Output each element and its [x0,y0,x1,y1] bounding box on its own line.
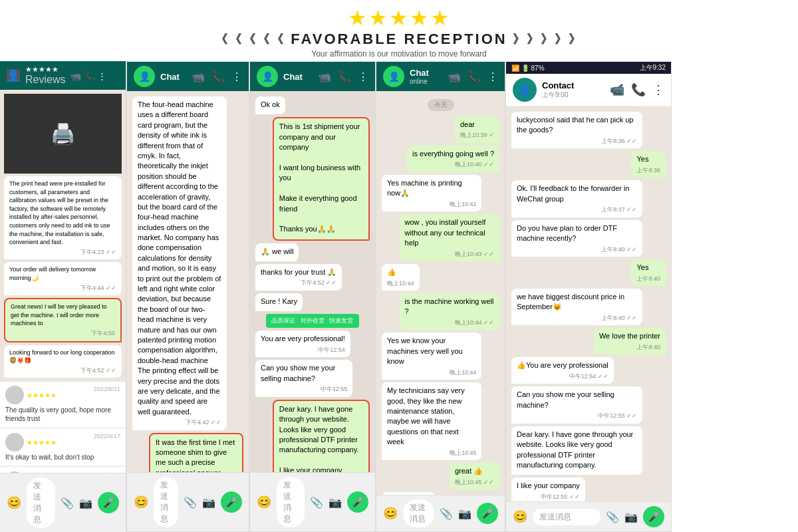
send-button[interactable]: 🎤 [477,503,498,524]
attach-icon[interactable]: 📎 [61,497,74,509]
chat3-icons: 📹 📞 ⋮ [448,70,498,83]
reviews-input[interactable]: 发送消息 [27,477,55,528]
video-icon[interactable]: 📹 [70,71,81,81]
review-text: The quality is very good, hope more frie… [5,406,120,423]
chat-message: You are very professional!中午12:54 [255,331,350,357]
attach-icon[interactable]: 📎 [606,511,619,523]
chat-message: The four-head machine uses a different b… [132,96,227,430]
review-date: 2022/6/21 [94,386,120,392]
chat5-status: 上午9:00 [542,90,604,100]
chat1-header: 👤 Chat 📹 📞 ⋮ [127,62,249,91]
send-button[interactable]: 🎤 [347,491,368,513]
attach-icon[interactable]: 📎 [440,507,453,520]
review-avatar [5,386,24,404]
emoji-icon[interactable]: 😊 [7,495,21,510]
send-button[interactable]: 🎤 [221,491,242,513]
more-icon[interactable]: ⋮ [98,71,106,81]
chat2-name: Chat [283,72,313,82]
chat-message: thanks for your trust 🙏下午4:52 ✓✓ [255,264,342,291]
video-icon[interactable]: 📹 [192,70,205,83]
chat-message: Yes machine is printing now🙏晚上10:41 [382,175,481,211]
chat-message: Do you have plan to order DTF machine re… [511,220,642,257]
emoji-icon[interactable]: 😊 [257,495,271,509]
chat-panel-3: 👤 Chat online 📹 📞 ⋮ 今天 dear晚上10:39 ✓ is … [376,61,505,532]
reviews-header-info: ★★★★★ Reviews [25,65,65,86]
page-subtitle: Your affirmation is our motivation to mo… [0,49,798,59]
emoji-icon[interactable]: 😊 [134,495,148,509]
chat-message: Your order will delivery tomorrow mornin… [4,262,122,295]
send-button[interactable]: 🎤 [643,506,664,527]
chat-message: Dear kary. I have gone through your webs… [511,426,642,475]
review-date: 2022/4/17 [94,433,120,440]
chevrons-right: 》》》》》 [513,31,583,47]
chat2-input[interactable]: 发送消息 [277,477,305,527]
reviews-panel: 👤 ★★★★★ Reviews 📹 📞 ⋮ 🖨️ The print head … [0,61,126,532]
camera-icon[interactable]: 📷 [79,497,92,509]
chat-message: Ok ok [255,96,285,114]
main-content: 👤 ★★★★★ Reviews 📹 📞 ⋮ 🖨️ The print head … [0,61,798,532]
more-icon[interactable]: ⋮ [487,70,498,83]
camera-icon[interactable]: 📷 [202,496,215,509]
phone-icon[interactable]: 📞 [211,70,225,83]
review-text: It's okay to wait, but don't stop [5,453,120,462]
review-item: ★★★★★ 2022/6/21 The quality is very good… [0,382,126,428]
reviews-body: 🖨️ The print head were pre-installed for… [0,90,126,473]
chat2-input-bar: 😊 发送消息 📎 📷 🎤 [250,472,375,531]
phone-icon[interactable]: 📞 [84,71,95,81]
chat1-header-info: Chat [160,72,186,82]
chat-message: My technicians say very good, they like … [382,382,481,460]
date-divider: 今天 [428,99,454,111]
chat-message: I like your company中午12:55 ✓✓ [511,477,585,501]
phone-icon[interactable]: 📞 [467,70,481,83]
chat-message: Yes上午8:36 [631,151,666,178]
chat-message: 👍晚上10:44 [382,264,420,291]
chat-message: 🙏 we will [255,243,299,261]
chat3-header-info: Chat online [410,68,442,85]
chat1-input-bar: 😊 发送消息 📎 📷 🎤 [127,472,249,531]
attach-icon[interactable]: 📎 [184,496,197,509]
chat2-body: Ok ok This is 1st shipment your company … [250,91,375,472]
phone-icon[interactable]: 📞 [631,82,646,97]
video-icon[interactable]: 📹 [318,70,331,83]
chevrons-left: 《《《《《 [215,31,285,47]
emoji-icon[interactable]: 😊 [383,506,398,521]
chat-panel-5: 📶 🔋 87% 上午9:32 👤 Contact 上午9:00 📹 📞 ⋮ lu… [505,61,672,532]
chat1-input[interactable]: 发送消息 [154,477,178,527]
video-icon[interactable]: 📹 [448,70,461,83]
more-icon[interactable]: ⋮ [358,70,368,83]
camera-icon[interactable]: 📷 [624,511,638,523]
emoji-icon[interactable]: 😊 [513,509,527,524]
more-icon[interactable]: ⋮ [231,70,242,83]
whatsapp-banner: 品质保证 对外收货 快速发货 [266,314,358,328]
chat-message: Busy today ? [382,492,435,495]
chat-message: The print head were pre-installed for cu… [4,176,122,259]
review-stars: ★★★★★ [27,440,57,447]
chat-message: Can you show me your selling machine?中午1… [255,360,352,396]
chat5-input[interactable]: 发送消息 [533,509,600,525]
reviews-input-bar: 😊 发送消息 📎 📷 🎤 [0,473,126,532]
video-icon[interactable]: 📹 [610,82,624,97]
chat-message-love-printer: We love the printer上午8:40 [594,328,666,354]
attach-icon[interactable]: 📎 [310,496,323,509]
chat3-body: 今天 dear晚上10:39 ✓ is everything going wel… [376,91,505,495]
chat-message-highlight: Dear kary. I have gone through your webs… [273,400,370,472]
review-item: ★★★★★ 2022/4/17 It's okay to wait, but d… [0,429,126,466]
title-text: FAVORABLE RECEPTION [291,31,507,48]
reviews-avatar: 👤 [7,69,20,82]
send-button[interactable]: 🎤 [98,492,119,513]
chat1-icons: 📹 📞 ⋮ [192,70,242,83]
chat-message: dear晚上10:39 ✓ [455,116,499,143]
chat-message: Can you show me your selling machine?中午1… [511,386,642,423]
camera-icon[interactable]: 📷 [458,507,471,520]
chat1-body: The four-head machine uses a different b… [127,91,249,472]
chat-message-highlight: Great news! I will be very pleased to ge… [4,298,122,342]
chat5-header: 👤 Contact 上午9:00 📹 📞 ⋮ [506,74,671,106]
chat1-name: Chat [160,72,186,82]
camera-icon[interactable]: 📷 [329,496,342,509]
chat3-status: online [410,78,442,85]
chat3-input[interactable]: 发送消息 [403,499,434,527]
more-icon[interactable]: ⋮ [652,82,664,97]
chat-message: Sure ! Kary [255,293,303,311]
phone-icon[interactable]: 📞 [338,70,351,83]
chat-message: great 👍晚上10:45 ✓✓ [450,463,499,489]
